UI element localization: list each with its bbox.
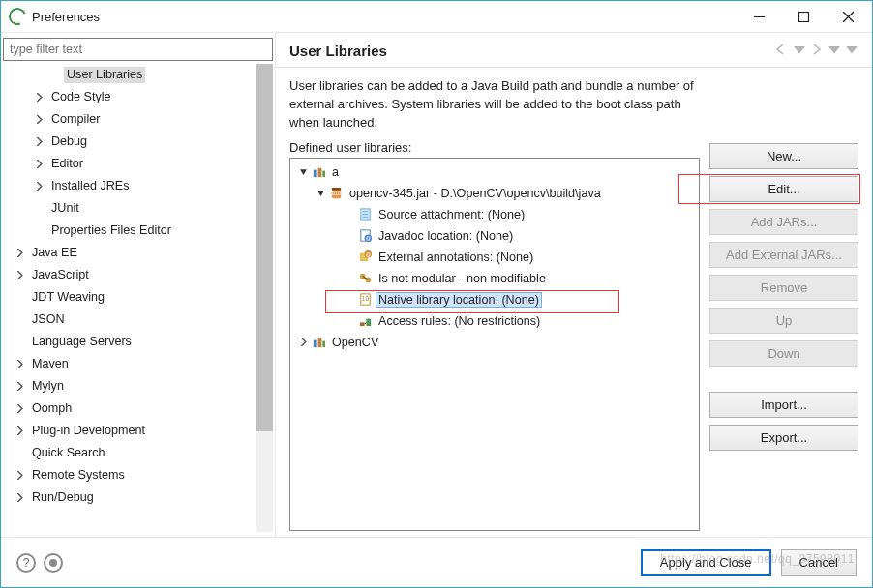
chevron-right-icon[interactable]	[296, 336, 310, 349]
close-button[interactable]	[826, 1, 870, 32]
apply-and-close-button[interactable]: Apply and Close	[641, 549, 771, 576]
tree-item[interactable]: Installed JREs	[3, 175, 256, 197]
ann-icon: @	[357, 250, 373, 265]
tree-item[interactable]: Maven	[3, 353, 256, 375]
forward-icon[interactable]	[810, 44, 824, 58]
preferences-window: Preferences User LibrariesCode StyleComp…	[0, 0, 873, 588]
import-button[interactable]: Import...	[709, 392, 858, 418]
library-tree-label: Javadoc location: (None)	[376, 228, 516, 244]
chevron-right-icon[interactable]	[32, 135, 45, 149]
tree-item[interactable]: Compiler	[3, 108, 256, 131]
library-tree-item[interactable]: Is not modular - non modifiable	[292, 268, 697, 289]
up-button: Up	[709, 308, 858, 334]
svg-line-27	[364, 322, 366, 324]
library-tree-item[interactable]: Access rules: (No restrictions)	[292, 310, 697, 332]
tree-item[interactable]: JavaScript	[3, 264, 256, 286]
chevron-down-icon[interactable]	[296, 165, 310, 179]
dropdown-menu-icon[interactable]	[845, 44, 858, 58]
help-icon[interactable]: ?	[16, 553, 36, 573]
chevron-right-icon[interactable]	[32, 180, 45, 193]
src-icon	[357, 207, 373, 222]
tree-item[interactable]: Mylyn	[3, 375, 256, 397]
tree-item-label: Maven	[29, 356, 72, 372]
edit-button[interactable]: Edit...	[709, 176, 858, 202]
chevron-right-icon[interactable]	[13, 425, 26, 438]
library-tree-item[interactable]: 010opencv-345.jar - D:\OpenCV\opencv\bui…	[292, 183, 697, 204]
tree-item[interactable]: JSON	[3, 309, 256, 331]
library-tree-item[interactable]: @External annotations: (None)	[292, 247, 697, 268]
tree-item[interactable]: Remote Systems	[3, 464, 256, 486]
footer: ? Apply and Close Cancel	[1, 537, 872, 587]
chevron-down-icon[interactable]	[314, 187, 327, 200]
back-menu-icon[interactable]	[793, 44, 806, 58]
svg-rect-30	[322, 341, 325, 348]
tree-item[interactable]: User Libraries	[3, 64, 256, 86]
tree-item-label: Code Style	[48, 89, 114, 105]
chevron-right-icon[interactable]	[32, 113, 45, 127]
preferences-tree[interactable]: User LibrariesCode StyleCompilerDebugEdi…	[3, 61, 273, 532]
chevron-right-icon[interactable]	[13, 491, 26, 505]
blank-icon	[13, 291, 26, 305]
user-libraries-tree[interactable]: a010opencv-345.jar - D:\OpenCV\opencv\bu…	[289, 158, 700, 531]
tree-item-label: Debug	[48, 133, 90, 150]
library-tree-label: Native library location: (None)	[376, 292, 542, 308]
blank-icon	[47, 69, 61, 82]
chevron-right-icon[interactable]	[13, 247, 26, 260]
library-tree-item[interactable]: Source attachment: (None)	[292, 204, 697, 225]
chevron-right-icon[interactable]	[13, 269, 26, 282]
acc-icon	[357, 313, 373, 329]
right-panel: User Libraries User libraries can be add…	[276, 33, 872, 537]
forward-menu-icon[interactable]	[828, 44, 841, 58]
minimize-button[interactable]	[737, 1, 781, 32]
cancel-button[interactable]: Cancel	[781, 549, 857, 576]
tree-item[interactable]: Editor	[3, 153, 256, 175]
svg-rect-28	[313, 340, 316, 348]
tree-item[interactable]: JDT Weaving	[3, 286, 256, 309]
tree-item[interactable]: Debug	[3, 131, 256, 153]
svg-rect-4	[313, 170, 316, 178]
maximize-button[interactable]	[781, 1, 826, 32]
library-tree-item[interactable]: a	[292, 162, 697, 183]
chevron-right-icon[interactable]	[13, 380, 26, 394]
chevron-right-icon[interactable]	[32, 158, 45, 171]
defined-label: Defined user libraries:	[289, 140, 700, 155]
filter-input[interactable]	[3, 38, 273, 61]
tree-item-label: JSON	[29, 311, 68, 328]
svg-rect-26	[366, 319, 371, 327]
tree-item[interactable]: Run/Debug	[3, 486, 256, 509]
blank-icon	[13, 336, 26, 349]
back-icon[interactable]	[775, 44, 789, 58]
scrollbar[interactable]	[256, 64, 273, 532]
svg-rect-5	[317, 168, 321, 177]
new-button[interactable]: New...	[709, 143, 858, 169]
tree-item[interactable]: Java EE	[3, 242, 256, 264]
chevron-right-icon[interactable]	[13, 358, 26, 371]
library-tree-item[interactable]: 10Native library location: (None)	[292, 289, 697, 310]
nav-arrows	[775, 44, 858, 58]
library-tree-label: OpenCV	[329, 335, 381, 350]
blank-icon	[343, 208, 356, 221]
tree-item[interactable]: Code Style	[3, 86, 256, 108]
scrollbar-thumb[interactable]	[256, 64, 273, 431]
tree-item[interactable]: Properties Files Editor	[3, 220, 256, 242]
progress-icon[interactable]	[44, 553, 63, 573]
blank-icon	[343, 272, 356, 285]
chevron-right-icon[interactable]	[32, 91, 45, 104]
titlebar: Preferences	[1, 1, 872, 32]
tree-item-label: Remote Systems	[29, 467, 128, 484]
library-tree-label: Is not modular - non modifiable	[376, 271, 549, 286]
tree-item[interactable]: JUnit	[3, 197, 256, 220]
chevron-right-icon[interactable]	[13, 469, 26, 483]
tree-item[interactable]: Language Servers	[3, 331, 256, 353]
tree-item-label: Compiler	[48, 111, 103, 128]
export-button[interactable]: Export...	[709, 425, 858, 451]
library-tree-item[interactable]: OpenCV	[292, 332, 697, 353]
svg-rect-1	[798, 12, 808, 21]
tree-item[interactable]: Oomph	[3, 397, 256, 420]
library-tree-item[interactable]: @Javadoc location: (None)	[292, 225, 697, 247]
tree-item[interactable]: Quick Search	[3, 442, 256, 464]
chevron-right-icon[interactable]	[13, 402, 26, 416]
library-tree-label: opencv-345.jar - D:\OpenCV\opencv\build\…	[346, 186, 604, 201]
blank-icon	[343, 250, 356, 264]
tree-item[interactable]: Plug-in Development	[3, 420, 256, 442]
